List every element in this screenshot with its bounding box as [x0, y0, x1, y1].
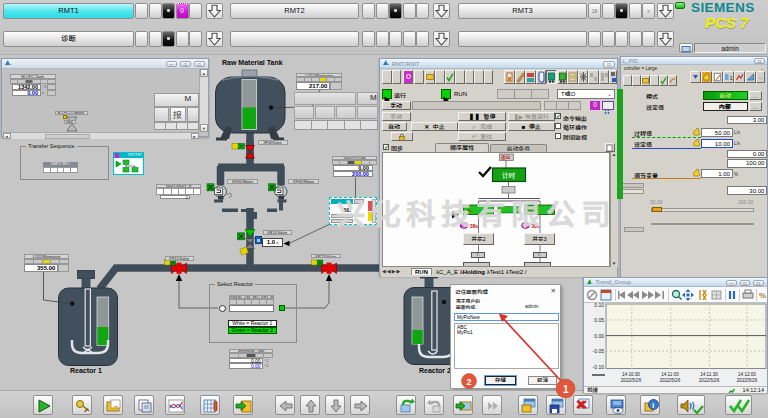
- svg-text:2: 2: [467, 377, 472, 387]
- svg-text:1: 1: [563, 384, 569, 395]
